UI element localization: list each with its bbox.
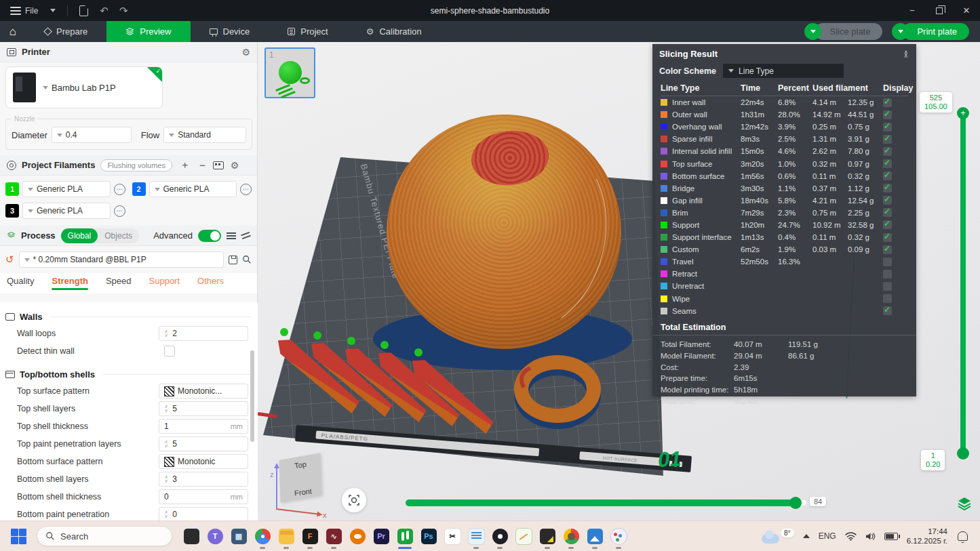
file-explorer-icon[interactable] — [277, 527, 295, 545]
slice-plate-button[interactable]: Slice plate — [815, 23, 882, 40]
maroon-app-icon[interactable]: ∿ — [325, 527, 342, 545]
advanced-toggle[interactable] — [198, 230, 221, 242]
filament-menu-icon[interactable]: ⋯ — [114, 205, 125, 217]
clock[interactable]: 17:44 6.12.2025 г. — [907, 527, 947, 546]
fusion-app-icon[interactable]: F — [301, 527, 319, 545]
display-checkbox[interactable] — [883, 294, 892, 303]
view-cube[interactable]: Top Front z x — [270, 449, 345, 520]
blender-icon[interactable] — [349, 527, 366, 545]
add-filament-button[interactable]: ＋ — [178, 159, 192, 171]
notifications-bell-icon[interactable] — [958, 531, 968, 541]
tab-device[interactable]: Device — [191, 21, 269, 42]
scope-global-button[interactable]: Global — [61, 228, 98, 243]
tab-speed[interactable]: Speed — [106, 276, 132, 290]
filament-select-3[interactable]: Generic PLA — [22, 203, 111, 219]
color-scheme-select[interactable]: Line Type — [723, 64, 844, 78]
filament-color-chip[interactable]: 2 — [132, 182, 146, 196]
filament-menu-icon[interactable]: ⋯ — [114, 184, 125, 195]
display-checkbox[interactable] — [883, 270, 892, 279]
display-checkbox[interactable] — [883, 147, 892, 156]
bottom-paint-penetration-spinner[interactable]: ∧∨ 0 — [159, 507, 248, 521]
hslider-handle[interactable] — [789, 497, 802, 509]
ams-sync-icon[interactable] — [213, 161, 224, 169]
display-checkbox[interactable] — [883, 233, 892, 242]
search-preset-icon[interactable] — [242, 255, 252, 264]
wifi-icon[interactable] — [845, 532, 857, 541]
bottom-surface-pattern-select[interactable]: Monotonic — [159, 454, 248, 469]
flushing-volumes-button[interactable]: Flushing volumes — [100, 159, 172, 171]
display-checkbox[interactable] — [883, 282, 892, 291]
vslider-top-handle[interactable]: + — [957, 107, 969, 119]
save-preset-icon[interactable] — [229, 256, 237, 264]
dark-app-icon[interactable] — [491, 527, 509, 545]
top-shell-thickness-input[interactable]: 1 mm — [159, 419, 248, 434]
tune-icon[interactable] — [240, 230, 252, 241]
task-view-icon[interactable] — [182, 527, 200, 545]
bottom-shell-thickness-input[interactable]: 0 mm — [159, 489, 248, 504]
reset-preset-icon[interactable]: ↺ — [5, 253, 14, 266]
taskbar-search[interactable]: Search — [37, 526, 172, 546]
redo-button[interactable]: ↷ — [115, 0, 132, 21]
browser-profile-icon[interactable] — [562, 527, 580, 545]
tab-strength[interactable]: Strength — [52, 276, 87, 290]
file-menu[interactable]: File — [5, 0, 43, 21]
green-editor-icon[interactable] — [515, 527, 532, 545]
paint-icon[interactable] — [610, 527, 627, 545]
print-plate-button[interactable]: Print plate — [902, 23, 969, 40]
chrome-icon[interactable] — [254, 527, 271, 545]
spinner-arrows-icon[interactable]: ∧∨ — [164, 329, 168, 338]
list-view-icon[interactable] — [227, 232, 236, 239]
filament-color-chip[interactable]: 3 — [5, 204, 19, 218]
display-checkbox[interactable] — [883, 135, 892, 144]
minimize-button[interactable]: − — [899, 0, 926, 21]
display-checkbox[interactable] — [883, 258, 892, 266]
home-tab[interactable]: ⌂ — [0, 21, 26, 42]
display-checkbox[interactable] — [883, 196, 892, 205]
spinner-arrows-icon[interactable]: ∧∨ — [164, 405, 168, 413]
calculator-icon[interactable]: ▦ — [230, 527, 248, 545]
tab-project[interactable]: Project — [269, 21, 347, 42]
printer-card[interactable]: Bambu Lab P1P ✓ — [5, 66, 163, 108]
close-button[interactable]: ✕ — [953, 0, 980, 21]
layer-range-slider-horizontal[interactable]: 84 — [406, 498, 807, 508]
preset-select[interactable]: * 0.20mm Standard @BBL P1P — [19, 251, 224, 268]
weather-widget[interactable]: 8° — [762, 529, 794, 544]
tab-preview[interactable]: Preview — [106, 21, 190, 42]
display-checkbox[interactable] — [883, 245, 892, 254]
top-paint-penetration-spinner[interactable]: ∧∨ 5 — [159, 436, 248, 451]
vslider-track[interactable] — [960, 113, 966, 453]
teams-icon[interactable]: T — [206, 527, 224, 545]
speaker-icon[interactable] — [865, 532, 876, 541]
display-checkbox[interactable] — [883, 171, 892, 180]
new-project-button[interactable] — [75, 0, 93, 21]
filament-menu-icon[interactable]: ⋯ — [240, 184, 252, 195]
nozzle-diameter-select[interactable]: 0.4 — [52, 127, 132, 143]
tab-quality[interactable]: Quality — [7, 276, 34, 290]
reset-view-button[interactable] — [342, 488, 366, 512]
tab-prepare[interactable]: Prepare — [26, 21, 106, 42]
filament-settings-gear-icon[interactable]: ⚙ — [231, 160, 239, 171]
printer-settings-gear-icon[interactable]: ⚙ — [241, 47, 250, 58]
top-surface-pattern-select[interactable]: Monotonic... — [159, 384, 248, 399]
bambu-studio-icon[interactable] — [396, 527, 414, 545]
display-checkbox[interactable] — [883, 98, 892, 107]
notepad-icon[interactable] — [467, 527, 485, 545]
spinner-arrows-icon[interactable]: ∧∨ — [164, 510, 168, 518]
display-checkbox[interactable] — [883, 123, 892, 131]
start-button[interactable] — [11, 529, 26, 544]
vslider-bottom-handle[interactable] — [957, 447, 969, 460]
collapse-panel-icon[interactable]: ∧∧ — [903, 51, 908, 58]
plate-thumbnail[interactable]: 1 — [264, 47, 315, 98]
tab-others[interactable]: Others — [197, 276, 224, 290]
printer-select[interactable]: Bambu Lab P1P — [43, 83, 116, 93]
language-indicator[interactable]: ENG — [819, 531, 836, 541]
display-checkbox[interactable] — [883, 306, 892, 315]
tray-expand-icon[interactable] — [803, 534, 810, 538]
layer-slider-vertical[interactable]: + 525 105.00 1 0.20 — [955, 89, 979, 469]
wall-loops-spinner[interactable]: ∧∨ 2 — [159, 326, 248, 341]
spinner-arrows-icon[interactable]: ∧∨ — [164, 475, 168, 483]
tab-support[interactable]: Support — [149, 276, 180, 290]
display-checkbox[interactable] — [883, 220, 892, 229]
bottom-shell-layers-spinner[interactable]: ∧∨ 3 — [159, 472, 248, 487]
flow-select[interactable]: Standard — [163, 127, 246, 143]
